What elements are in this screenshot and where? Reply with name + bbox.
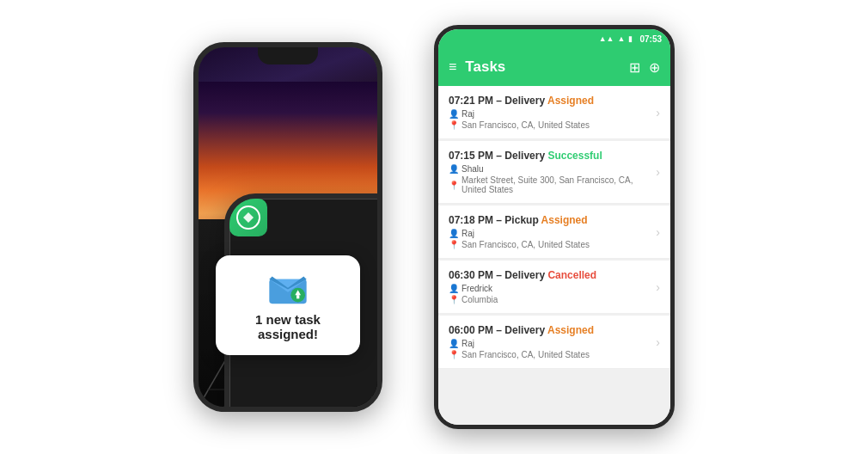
android-statusbar: ▲▲ ▲ ▮ 07:53 (438, 29, 670, 48)
person-icon: 👤 (449, 109, 459, 119)
task-chevron-icon: › (656, 225, 660, 239)
person-name: Raj (462, 109, 474, 119)
task-chevron-icon: › (656, 280, 660, 294)
task-location: 📍 San Francisco, CA, United States (449, 350, 649, 359)
task-meta: 👤 Raj 📍 San Francisco, CA, United States (449, 339, 649, 359)
phone-screen-bg: 1 1 new task assigned! (199, 47, 377, 407)
task-item[interactable]: 06:30 PM – Delivery Cancelled 👤 Fredrick… (438, 261, 670, 314)
wifi-icon: ▲ (618, 34, 626, 43)
task-header: 07:21 PM – Delivery Assigned (449, 95, 649, 107)
location-icon: 📍 (449, 350, 459, 359)
location-icon: 📍 (449, 181, 459, 190)
task-status: Assigned (541, 214, 588, 226)
task-person: 👤 Fredrick (449, 284, 649, 293)
task-item[interactable]: 07:21 PM – Delivery Assigned 👤 Raj 📍 San… (438, 86, 670, 139)
task-status: Assigned (547, 95, 594, 107)
android-screen: ▲▲ ▲ ▮ 07:53 ≡ Tasks ⊞ ⊕ 07:21 PM – Deli… (438, 29, 670, 425)
appbar-icons: ⊞ ⊕ (629, 59, 660, 76)
signal-icon: ▲▲ (599, 34, 614, 43)
task-person: 👤 Raj (449, 339, 649, 348)
task-location: 📍 Columbia (449, 295, 649, 304)
task-status: Assigned (547, 324, 594, 336)
task-status: Successful (547, 150, 602, 162)
task-content: 07:21 PM – Delivery Assigned 👤 Raj 📍 San… (449, 95, 649, 130)
task-header: 06:00 PM – Delivery Assigned (449, 324, 649, 336)
filter-icon[interactable]: ⊕ (649, 59, 660, 76)
location-icon: 📍 (449, 240, 459, 249)
task-location: 📍 Market Street, Suite 300, San Francisc… (449, 175, 649, 194)
calendar-icon[interactable]: ⊞ (629, 59, 640, 76)
left-phone: 1 1 new task assigned! (193, 42, 382, 412)
task-location: 📍 San Francisco, CA, United States (449, 120, 649, 130)
person-icon: 👤 (449, 229, 459, 238)
person-name: Fredrick (462, 284, 492, 293)
task-item[interactable]: 06:00 PM – Delivery Assigned 👤 Raj 📍 San… (438, 316, 670, 369)
task-person: 👤 Raj (449, 229, 649, 238)
task-chevron-icon: › (656, 165, 660, 179)
person-icon: 👤 (449, 284, 459, 293)
status-time: 07:53 (639, 34, 662, 44)
notification-text: 1 new task assigned! (229, 312, 346, 341)
task-content: 06:00 PM – Delivery Assigned 👤 Raj 📍 San… (449, 324, 649, 359)
menu-icon[interactable]: ≡ (449, 59, 456, 75)
location-text: San Francisco, CA, United States (462, 240, 590, 249)
location-icon: 📍 (449, 295, 459, 304)
task-content: 07:15 PM – Delivery Successful 👤 Shalu 📍… (449, 150, 649, 194)
task-status: Cancelled (547, 269, 596, 281)
task-content: 06:30 PM – Delivery Cancelled 👤 Fredrick… (449, 269, 649, 304)
location-text: Columbia (462, 295, 498, 304)
person-icon: 👤 (449, 164, 459, 174)
person-name: Shalu (462, 164, 484, 174)
task-header: 07:15 PM – Delivery Successful (449, 150, 649, 162)
task-item[interactable]: 07:15 PM – Delivery Successful 👤 Shalu 📍… (438, 141, 670, 204)
task-item[interactable]: 07:18 PM – Pickup Assigned 👤 Raj 📍 San F… (438, 206, 670, 259)
right-phone: ▲▲ ▲ ▮ 07:53 ≡ Tasks ⊞ ⊕ 07:21 PM – Deli… (434, 25, 675, 429)
task-meta: 👤 Fredrick 📍 Columbia (449, 284, 649, 304)
task-person: 👤 Shalu (449, 164, 649, 174)
svg-rect-16 (296, 295, 299, 298)
person-icon: 👤 (449, 339, 459, 348)
scene: 1 1 new task assigned! (0, 0, 868, 454)
location-text: Market Street, Suite 300, San Francisco,… (462, 175, 649, 194)
task-person: 👤 Raj (449, 109, 649, 119)
task-header: 06:30 PM – Delivery Cancelled (449, 269, 649, 281)
location-text: San Francisco, CA, United States (462, 120, 590, 130)
envelope-icon (266, 269, 309, 305)
dispatch-app-icon[interactable] (229, 199, 267, 236)
person-name: Raj (462, 229, 474, 238)
task-list: 07:21 PM – Delivery Assigned 👤 Raj 📍 San… (438, 86, 670, 425)
task-meta: 👤 Shalu 📍 Market Street, Suite 300, San … (449, 164, 649, 194)
appbar-title: Tasks (465, 58, 620, 76)
task-meta: 👤 Raj 📍 San Francisco, CA, United States (449, 229, 649, 249)
task-header: 07:18 PM – Pickup Assigned (449, 214, 649, 226)
android-appbar: ≡ Tasks ⊞ ⊕ (438, 48, 670, 86)
location-text: San Francisco, CA, United States (462, 350, 590, 359)
notch (258, 47, 318, 64)
person-name: Raj (462, 339, 474, 348)
task-location: 📍 San Francisco, CA, United States (449, 240, 649, 249)
notification-card: 1 new task assigned! (216, 255, 360, 355)
task-chevron-icon: › (656, 106, 660, 120)
task-chevron-icon: › (656, 335, 660, 349)
task-meta: 👤 Raj 📍 San Francisco, CA, United States (449, 109, 649, 130)
battery-icon: ▮ (628, 34, 633, 43)
location-icon: 📍 (449, 120, 459, 130)
task-content: 07:18 PM – Pickup Assigned 👤 Raj 📍 San F… (449, 214, 649, 249)
